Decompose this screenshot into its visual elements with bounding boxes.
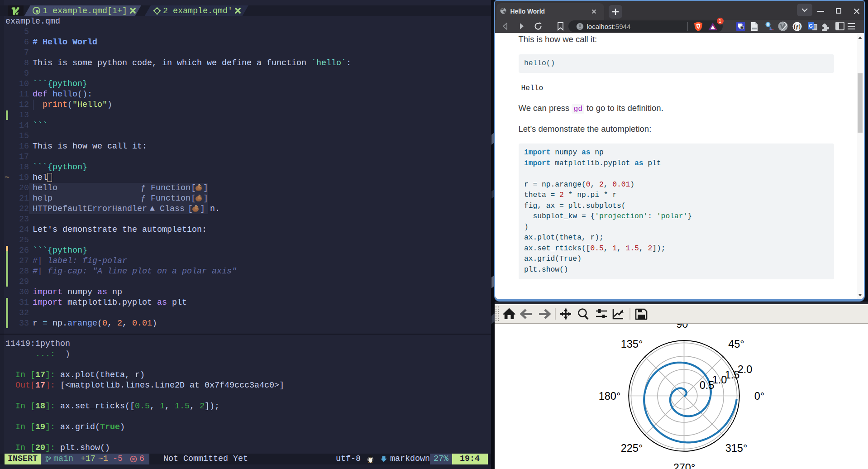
- svg-text:{ƒ}: {ƒ}: [793, 23, 801, 30]
- svg-text:270°: 270°: [673, 462, 696, 469]
- svg-text:45°: 45°: [728, 338, 744, 350]
- svg-text:180°: 180°: [599, 390, 621, 402]
- svg-text:0°: 0°: [754, 390, 764, 402]
- svg-text:135°: 135°: [621, 338, 643, 350]
- svg-text:315°: 315°: [725, 442, 748, 454]
- svg-text:225°: 225°: [621, 442, 643, 454]
- svg-text:2.0: 2.0: [738, 364, 753, 375]
- svg-text:G: G: [809, 23, 813, 29]
